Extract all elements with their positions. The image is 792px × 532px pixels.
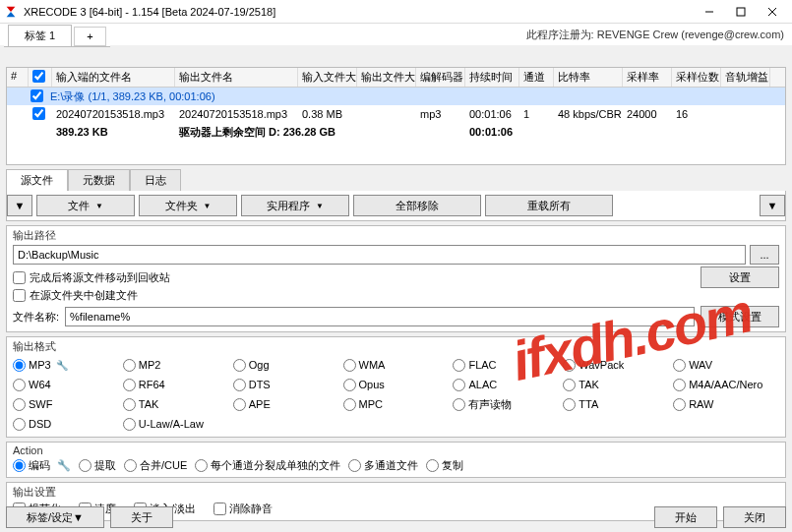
format-tak[interactable]: TAK	[123, 395, 229, 413]
svg-marker-0	[7, 6, 16, 11]
minimize-button[interactable]	[694, 1, 725, 23]
format-w64[interactable]: W64	[13, 376, 119, 393]
tab-add[interactable]: +	[74, 27, 105, 46]
settings-button[interactable]: 设置	[701, 266, 779, 288]
action-2[interactable]: 合并/CUE	[124, 458, 187, 473]
format-swf[interactable]: SWF	[13, 395, 119, 413]
file-grid[interactable]: E:\录像 (1/1, 389.23 KB, 00:01:06) 2024072…	[7, 88, 785, 164]
app-logo-icon	[4, 5, 18, 19]
format-mpc[interactable]: MPC	[343, 395, 450, 413]
file-row[interactable]: 20240720153518.mp3 20240720153518.mp3 0.…	[7, 105, 785, 123]
format-dts[interactable]: DTS	[233, 376, 339, 393]
action-1[interactable]: 提取	[79, 458, 116, 473]
removeall-button[interactable]: 全部移除	[353, 195, 481, 216]
output-path-label: 输出路径	[13, 228, 779, 243]
folder-button[interactable]: 文件夹	[139, 195, 237, 216]
start-button[interactable]: 开始	[654, 506, 717, 528]
action-label: Action	[13, 444, 779, 456]
format-opus[interactable]: Opus	[343, 376, 450, 393]
row-checkbox[interactable]	[32, 107, 45, 120]
format-mp2[interactable]: MP2	[123, 356, 229, 374]
summary-row: 389.23 KB 驱动器上剩余空间 D: 236.28 GB 00:01:06	[7, 123, 785, 141]
action-5[interactable]: 复制	[426, 458, 463, 473]
browse-button[interactable]: ...	[750, 245, 779, 265]
tab-source[interactable]: 源文件	[6, 169, 68, 191]
action-3[interactable]: 每个通道分裂成单独的文件	[195, 458, 340, 473]
tags-button[interactable]: 标签/设定 ▼	[6, 506, 104, 528]
maximize-button[interactable]	[725, 1, 757, 23]
format-tak[interactable]: TAK	[563, 376, 669, 393]
tab-log[interactable]: 日志	[130, 169, 181, 191]
move-recycle-checkbox[interactable]	[13, 271, 26, 284]
toolbar-dropdown-left[interactable]: ▼	[7, 195, 32, 216]
format-ape[interactable]: APE	[233, 395, 339, 413]
pattern-button[interactable]: 模式设置	[701, 306, 779, 327]
svg-marker-1	[7, 12, 16, 17]
group-checkbox[interactable]	[30, 89, 43, 102]
resetall-button[interactable]: 重载所有	[485, 195, 613, 216]
format-dsd[interactable]: DSD	[13, 415, 119, 433]
outset-label: 输出设置	[13, 485, 779, 500]
format-label: 输出格式	[13, 339, 779, 354]
tab-metadata[interactable]: 元数据	[68, 169, 130, 191]
output-path-input[interactable]	[13, 245, 746, 265]
format-raw[interactable]: RAW	[673, 395, 779, 413]
about-button[interactable]: 关于	[110, 506, 173, 528]
close-button[interactable]	[757, 1, 788, 23]
wrench-icon[interactable]: 🔧	[57, 459, 71, 472]
format-[interactable]: 有声读物	[453, 395, 559, 413]
toolbar-dropdown-right[interactable]: ▼	[760, 195, 785, 216]
format-m4aaacnero[interactable]: M4A/AAC/Nero	[673, 376, 779, 393]
format-wav[interactable]: WAV	[673, 356, 779, 374]
format-tta[interactable]: TTA	[563, 395, 669, 413]
close-app-button[interactable]: 关闭	[723, 506, 786, 528]
filename-input[interactable]	[65, 307, 695, 326]
create-in-src-checkbox[interactable]	[13, 289, 26, 302]
format-ogg[interactable]: Ogg	[233, 356, 339, 374]
format-rf64[interactable]: RF64	[123, 376, 229, 393]
select-all-checkbox[interactable]	[32, 70, 45, 83]
action-0[interactable]: 编码🔧	[13, 458, 71, 473]
util-button[interactable]: 实用程序	[241, 195, 349, 216]
format-flac[interactable]: FLAC	[453, 356, 559, 374]
file-button[interactable]: 文件	[36, 195, 135, 216]
format-wavpack[interactable]: WavPack	[563, 356, 669, 374]
filename-label: 文件名称:	[13, 310, 59, 325]
format-mp3[interactable]: MP3🔧	[13, 356, 119, 374]
format-ulawalaw[interactable]: U-Law/A-Law	[123, 415, 229, 433]
svg-rect-3	[737, 8, 745, 16]
action-4[interactable]: 多通道文件	[348, 458, 418, 473]
wrench-icon[interactable]: 🔧	[56, 360, 68, 371]
format-alac[interactable]: ALAC	[453, 376, 559, 393]
tab-1[interactable]: 标签 1	[8, 25, 72, 46]
grid-header: # 输入端的文件名 输出文件名 输入文件大小 输出文件大小 编解码器 持续时间 …	[7, 68, 785, 88]
group-row[interactable]: E:\录像 (1/1, 389.23 KB, 00:01:06)	[7, 88, 785, 105]
registration-text: 此程序注册为: REVENGE Crew (revenge@crew.com)	[526, 28, 784, 42]
format-wma[interactable]: WMA	[343, 356, 450, 374]
window-title: XRECODE 3 [64-bit] - 1.154 [Beta 2024-07…	[24, 6, 694, 18]
